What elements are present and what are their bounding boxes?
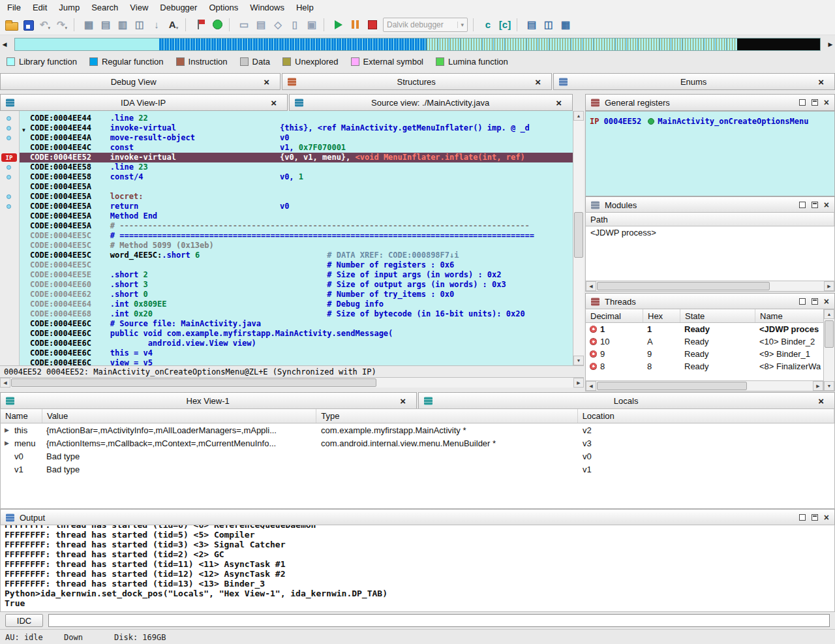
margin-line[interactable]	[0, 114, 19, 123]
continue-process-button[interactable]	[330, 16, 347, 33]
margin-line[interactable]: IP	[0, 153, 19, 162]
code-line[interactable]: CODE:0004EE68 .int 0x20 # Size of byteco…	[20, 309, 573, 319]
output-titlebar[interactable]: Output ×	[0, 509, 835, 526]
close-icon[interactable]: ×	[824, 514, 829, 521]
thread-row[interactable]: 88Ready<8> FinalizerWa	[586, 360, 834, 373]
margin-line[interactable]	[0, 172, 19, 182]
code-line[interactable]: CODE:0004EE5A	[20, 182, 573, 192]
code-line[interactable]: CODE:0004EE5A # ------------------------…	[20, 221, 573, 231]
dock-tab-ida-view-ip[interactable]: IDA View-IP ×	[0, 94, 288, 111]
scrollbar-thumb[interactable]	[11, 378, 376, 387]
scroll-up-button[interactable]: ▲	[573, 111, 584, 121]
code-line[interactable]: CODE:0004EE58 .line 23	[20, 162, 573, 172]
menu-item-search[interactable]: Search	[85, 1, 124, 14]
column-header-value[interactable]: Value	[42, 409, 316, 423]
float-window-icon[interactable]	[799, 298, 806, 305]
code-line[interactable]: CODE:0004EE5A return v0	[20, 202, 573, 211]
register-symbol-link[interactable]: MainActivity_onCreateOptionsMenu	[658, 117, 808, 126]
code-line[interactable]: CODE:0004EE60 .short 3 # Size of output …	[20, 280, 573, 290]
margin-line[interactable]	[0, 192, 19, 202]
functions-window-icon[interactable]: ▥	[114, 16, 131, 33]
menu-item-windows[interactable]: Windows	[244, 1, 290, 14]
margin-line[interactable]	[0, 309, 19, 319]
segments-icon[interactable]: ▦	[80, 16, 97, 33]
output-console[interactable]: FFFFFFFF: thread has started (tid=6) <6>…	[0, 525, 835, 612]
modules-horizontal-scrollbar[interactable]: ◀ ▶	[586, 281, 834, 291]
scroll-down-button[interactable]: ▼	[573, 356, 584, 365]
menu-item-help[interactable]: Help	[290, 1, 320, 14]
scroll-left-button[interactable]: ◀	[0, 378, 10, 388]
close-icon[interactable]: ×	[824, 99, 829, 106]
menu-item-options[interactable]: Options	[203, 1, 244, 14]
code-line[interactable]: CODE:0004EE5E .short 2 # Size of input a…	[20, 270, 573, 280]
scroll-left-button[interactable]: ◀	[586, 381, 596, 391]
general-registers-content[interactable]: IP0004EE52MainActivity_onCreateOptionsMe…	[585, 111, 835, 196]
scroll-up-button[interactable]: ▲	[824, 309, 834, 319]
terminate-process-button[interactable]	[364, 16, 381, 33]
code-line[interactable]: CODE:0004EE6C view = v5	[20, 358, 573, 365]
close-icon[interactable]: ×	[271, 98, 277, 108]
scroll-down-button[interactable]: ▼	[824, 381, 834, 391]
margin-line[interactable]	[0, 348, 19, 358]
maximize-window-icon[interactable]	[812, 202, 818, 208]
command-input[interactable]	[48, 614, 830, 627]
scrollbar-thumb[interactable]	[597, 282, 770, 290]
reset-desktop-icon[interactable]: ▦	[557, 16, 574, 33]
code-location-dot-icon[interactable]	[7, 175, 11, 179]
column-header-path[interactable]: Path	[586, 213, 834, 226]
threads-vertical-scrollbar[interactable]: ▲ ▼	[823, 309, 834, 391]
column-header-hex[interactable]: Hex	[643, 309, 680, 322]
code-line[interactable]: CODE:0004EE5C # ========================…	[20, 231, 573, 241]
expand-arrow-icon[interactable]: ▶	[5, 427, 10, 433]
scroll-right-button[interactable]: ▶	[573, 378, 584, 388]
disassembly-horizontal-scrollbar[interactable]: ◀ ▶	[0, 377, 584, 388]
code-line[interactable]: CODE:0004EE64 .int 0x809EE # Debug info	[20, 299, 573, 309]
jump-address-icon[interactable]: ↓	[148, 16, 165, 33]
code-line[interactable]: CODE:0004EE6C android.view.View view)	[20, 339, 573, 348]
menu-item-edit[interactable]: Edit	[27, 1, 53, 14]
watch-view-icon[interactable]: ▤	[252, 16, 269, 33]
code-location-dot-icon[interactable]	[7, 165, 11, 170]
close-icon[interactable]: ×	[264, 77, 269, 87]
margin-line[interactable]	[0, 280, 19, 290]
disassembly-code[interactable]: CODE:0004EE44 .line 22▼CODE:0004EE44 inv…	[20, 111, 573, 365]
code-line[interactable]: CODE:0004EE58 const/4 v0, 1	[20, 172, 573, 182]
margin-line[interactable]	[0, 241, 19, 251]
margin-line[interactable]	[0, 290, 19, 299]
menu-item-debugger[interactable]: Debugger	[154, 1, 203, 14]
column-header-name[interactable]: Name	[1, 409, 42, 423]
code-location-dot-icon[interactable]	[7, 204, 11, 209]
margin-line[interactable]	[0, 221, 19, 231]
maximize-window-icon[interactable]	[812, 298, 818, 305]
margin-line[interactable]	[0, 299, 19, 309]
idc-language-button[interactable]: IDC	[5, 614, 43, 627]
code-line[interactable]: CODE:0004EE5C word_4EE5C:.short 6 # DATA…	[20, 251, 573, 260]
module-row[interactable]: <JDWP process>	[586, 226, 834, 238]
dock-tab-hex-view[interactable]: Hex View-1 ×	[0, 392, 417, 409]
margin-line[interactable]	[0, 182, 19, 192]
debugger-selector-combo[interactable]: Dalvik debugger▾	[383, 18, 468, 32]
margin-line[interactable]	[0, 133, 19, 143]
thread-row[interactable]: 11Ready<JDWP proces	[586, 323, 834, 335]
register-ip-value[interactable]: 0004EE52	[603, 117, 641, 126]
open-file-icon[interactable]	[3, 16, 20, 33]
scrollbar-thumb[interactable]	[597, 382, 747, 390]
close-icon[interactable]: ×	[824, 298, 829, 305]
add-dock-icon[interactable]: ◫	[540, 16, 557, 33]
code-line[interactable]: CODE:0004EE5C # Method 5099 (0x13eb)	[20, 241, 573, 251]
registers-view-icon[interactable]: ▣	[303, 16, 320, 33]
code-line[interactable]: CODE:0004EE4C const v1, 0x7F070001	[20, 143, 573, 153]
nav-scroll-right-button[interactable]: ▶	[826, 38, 835, 50]
close-icon[interactable]: ×	[535, 77, 541, 87]
windows-list-icon[interactable]: ▤	[523, 16, 540, 33]
margin-line[interactable]	[0, 329, 19, 339]
dock-tab-structures[interactable]: Structures ×	[282, 73, 552, 90]
maximize-window-icon[interactable]	[812, 514, 818, 521]
close-icon[interactable]: ×	[400, 396, 406, 406]
code-line[interactable]: CODE:0004EE62 .short 0 # Number of try_i…	[20, 290, 573, 299]
modules-titlebar[interactable]: Modules ×	[585, 196, 835, 213]
breakpoint-flag-icon[interactable]	[192, 16, 209, 33]
margin-line[interactable]	[0, 211, 19, 221]
scroll-left-button[interactable]: ◀	[586, 281, 596, 291]
nav-scroll-left-button[interactable]: ◀	[0, 38, 9, 50]
